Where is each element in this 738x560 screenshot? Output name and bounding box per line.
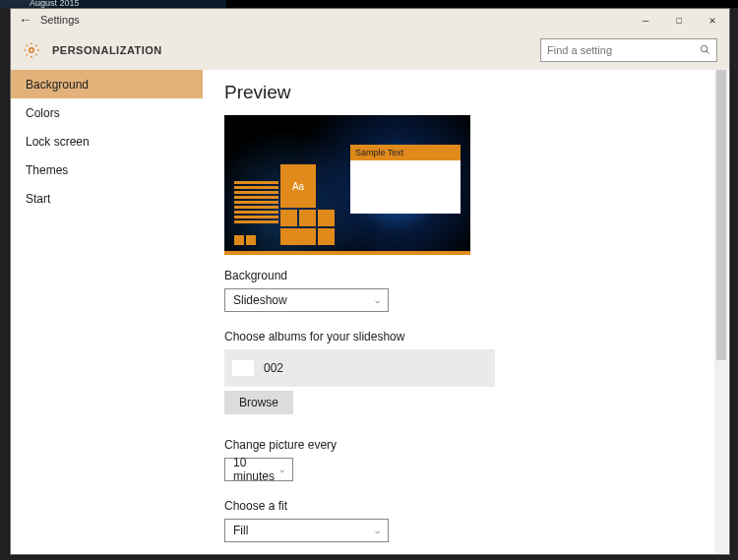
preview-aa-tile: Aa: [280, 164, 316, 208]
change-picture-label: Change picture every: [224, 438, 707, 452]
preview-start-tiles: Aa: [234, 164, 335, 245]
header-bar: PERSONALIZATION: [11, 31, 729, 70]
search-input[interactable]: [547, 44, 700, 56]
albums-label: Choose albums for your slideshow: [224, 330, 707, 343]
preview-heading: Preview: [224, 82, 707, 103]
change-interval-select[interactable]: 10 minutes ⌵: [224, 458, 293, 481]
sidebar-item-start[interactable]: Start: [11, 184, 203, 213]
gear-icon: [23, 41, 40, 59]
album-thumb-icon: [232, 360, 254, 376]
chevron-down-icon: ⌵: [375, 526, 380, 535]
sidebar-item-label: Lock screen: [26, 135, 90, 149]
change-interval-value: 10 minutes: [233, 456, 279, 483]
title-bar: ← Settings — ☐ ✕: [11, 9, 729, 31]
sidebar-item-background[interactable]: Background: [11, 70, 203, 98]
scrollbar-thumb[interactable]: [716, 70, 726, 360]
desktop-preview: Aa Sample Text: [224, 115, 470, 255]
back-button[interactable]: ←: [11, 12, 40, 28]
search-icon: [700, 44, 710, 57]
svg-point-0: [30, 48, 34, 53]
sidebar-item-label: Start: [26, 192, 50, 206]
album-name: 002: [264, 361, 283, 375]
sidebar-item-label: Themes: [26, 163, 68, 177]
preview-sample-text: Sample Text: [350, 145, 461, 160]
fit-label: Choose a fit: [224, 499, 707, 513]
settings-window: ← Settings — ☐ ✕ PERSONALIZATION Backgro…: [10, 8, 730, 555]
sidebar: Background Colors Lock screen Themes Sta…: [11, 70, 203, 554]
vertical-scrollbar[interactable]: [714, 70, 728, 553]
background-select[interactable]: Slideshow ⌵: [224, 288, 389, 312]
window-title: Settings: [40, 14, 80, 26]
sidebar-item-lock-screen[interactable]: Lock screen: [11, 127, 203, 156]
close-button[interactable]: ✕: [696, 9, 729, 31]
fit-value: Fill: [233, 524, 248, 537]
chevron-down-icon: ⌵: [279, 465, 284, 474]
album-row[interactable]: 002: [224, 349, 495, 387]
preview-popup: Sample Text: [350, 145, 461, 214]
maximize-button[interactable]: ☐: [662, 9, 696, 31]
minimize-button[interactable]: —: [629, 9, 662, 31]
main-content: Preview Aa: [203, 70, 729, 554]
sidebar-item-colors[interactable]: Colors: [11, 98, 203, 127]
browse-button[interactable]: Browse: [224, 391, 293, 414]
fit-select[interactable]: Fill ⌵: [224, 519, 389, 542]
page-title: PERSONALIZATION: [52, 44, 162, 56]
sidebar-item-label: Colors: [26, 106, 60, 120]
svg-point-1: [701, 45, 707, 51]
background-label: Background: [224, 269, 707, 282]
svg-line-2: [707, 50, 709, 53]
search-box[interactable]: [540, 38, 717, 62]
desktop-taskbar-hint: August 2015: [0, 0, 738, 8]
chevron-down-icon: ⌵: [375, 295, 380, 305]
sidebar-item-label: Background: [26, 78, 89, 92]
background-value: Slideshow: [233, 293, 287, 307]
sidebar-item-themes[interactable]: Themes: [11, 156, 203, 184]
